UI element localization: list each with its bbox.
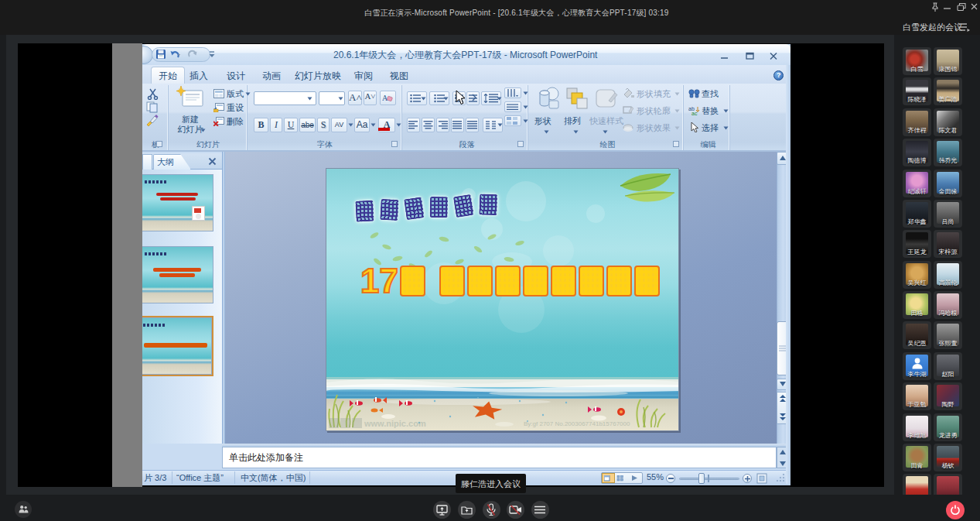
svg-text:www.nipic.com: www.nipic.com <box>364 419 426 428</box>
svg-text:By:gf 2707 No.2003067741b157: By:gf 2707 No.2003067741b15767000 <box>524 420 630 427</box>
svg-text:ac: ac <box>691 111 698 115</box>
